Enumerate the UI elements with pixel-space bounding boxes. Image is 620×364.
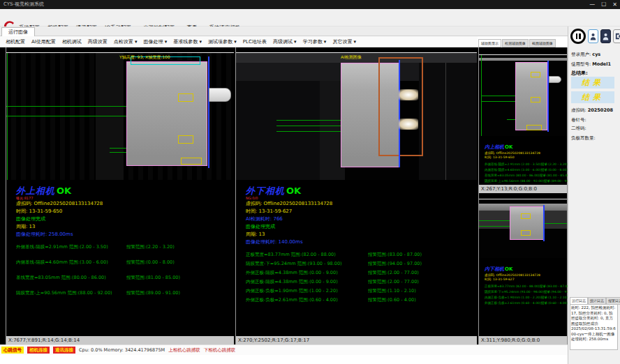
edge-marker-blue	[399, 60, 400, 167]
measurement-row: 正极宽度=83.77mm (82.00 - 88.00) 报警:(83.00 -…	[485, 284, 567, 289]
login-user-field: 登录用户: cys	[571, 52, 600, 58]
coordinate-bar-aux-bottom: X:311;Y:980;R:0;G:0;B:0	[479, 336, 567, 344]
camera-view-lower: AI检测图像 外下相机OK NG:0/0 虚拟码: Offline2025020…	[235, 47, 477, 344]
measurement-row: 隔膜宽度-下=95.24mm (93.00 - 98.00) 报警:(94.00…	[485, 289, 567, 295]
tabstrip: 运行图像	[0, 26, 568, 36]
measure-value: 正极宽度=83.77mm 范围:(82.00 - 88.00)	[246, 252, 368, 261]
toolbar-item[interactable]: 其它设置 ▾	[332, 38, 356, 45]
aux-image-bottom[interactable]	[479, 199, 567, 258]
machine-band	[479, 58, 567, 61]
toolbar-item[interactable]: 基准线参数 ▾	[173, 38, 202, 45]
login-user-label: 登录用户:	[571, 52, 591, 57]
toolbar-item[interactable]: PLC地址表	[243, 38, 267, 45]
aux-image-top[interactable]	[479, 54, 567, 136]
alarm-range: 报警:(0.60 - 4.00)	[541, 301, 568, 306]
aux-tab-section[interactable]: 截面辅助图像	[529, 39, 556, 47]
user-switch-button[interactable]	[600, 29, 611, 43]
log-line: 2025/02/08-13:31:59:600-cys一停上相机一图像处理耗时:…	[571, 326, 617, 342]
result-ok: OK	[505, 266, 512, 272]
measure-value: 基线宽度=83.05mm (80.00 - 86.00)	[485, 173, 540, 179]
aux-result-block-top: 内上相机OK 虚拟码: Offline20250208133134728 时间:…	[479, 136, 567, 184]
measurement-row: 外侧基线-隔膜=2.91mm (2.00 - 3.50) 报警:(2.20 - …	[485, 162, 567, 167]
measure-value: 基线宽度=83.05mm 范围:(80.00 - 86.00)	[16, 275, 126, 290]
lower-camera-heartbeat-link[interactable]: 下相机心跳捕获	[204, 347, 236, 354]
alarm-range: 报警范围:(1.10 - 2.10)	[368, 288, 416, 297]
menubar: 系统配置相机配置通讯配置IO手动配置 ▾光源控制配置 ▾查看 ▾系统语言切换	[0, 9, 620, 26]
aux-result-block-bottom: 内下相机OK 虚拟码: Offline20250208133134728 时间:…	[479, 258, 567, 306]
control-panel: 登录用户: cys 使用型号: Model1 总结果: 结果 结果 虚拟码: 2…	[568, 26, 620, 364]
camera-image-lower[interactable]: AI检测图像	[236, 52, 477, 180]
image-overlay-label: AI检测图像	[341, 54, 362, 61]
measurement-row: 外侧基线-隔膜=2.91mm 范围:(2.00 - 3.50) 报警范围:(2.…	[16, 244, 234, 259]
edge-marker-blue	[208, 56, 209, 168]
measurement-row: 基线宽度=83.05mm 范围:(80.00 - 86.00) 报警范围:(81…	[16, 275, 234, 290]
aux-tab-display[interactable]: 辅助图显示	[478, 39, 501, 47]
measure-line	[479, 220, 510, 221]
alarm-range: 报警:(81.00 - 85.00)	[540, 173, 570, 179]
result-ok: OK	[505, 144, 512, 150]
process-done-line: 图像处理完成	[246, 223, 477, 231]
comm-connect-badge: 通讯连接	[53, 347, 75, 354]
toolbar-item[interactable]: 图像处理 ▾	[144, 38, 168, 45]
model-value: Model1	[592, 61, 611, 67]
marker-yellow	[531, 97, 540, 103]
machine-band	[236, 81, 320, 180]
edge-marker-blue	[547, 61, 549, 132]
marker-yellow	[531, 72, 540, 77]
aux-tab-detect[interactable]: 检测辅助图像	[502, 39, 529, 47]
toolbar-item[interactable]: 高级调试 ▾	[273, 38, 297, 45]
result-block-upper: 外上相机OK 曝光:8177 虚拟码: Offline2025020813313…	[6, 180, 234, 305]
window-controls: — ☐ ✕	[589, 0, 617, 9]
tab-run-image[interactable]: 运行图像	[1, 27, 35, 37]
measurement-row: 隔膜宽度-上=90.56mm 范围:(88.00 - 92.00) 报警范围:(…	[16, 290, 234, 305]
result-box-1: 结果	[571, 77, 614, 89]
toolbar-item[interactable]: AI使用配置	[31, 38, 56, 45]
toolbar-item[interactable]: 高级设置	[88, 38, 108, 45]
alarm-range: 报警:(1.10 - 2.10)	[541, 295, 568, 301]
result-block-lower: 外下相机OK NG:0/0 虚拟码: Offline20250208133134…	[236, 180, 477, 306]
exit-door-icon	[615, 33, 620, 40]
aux-view-top: 内上相机OK 虚拟码: Offline20250208133134728 时间:…	[478, 47, 568, 193]
result-box-2: 结果	[571, 91, 614, 103]
neg-tab-count-field: 负极耳数量:	[571, 135, 596, 142]
model-field[interactable]: 使用型号: Model1	[571, 61, 611, 68]
heartbeat-badge: 心跳信号	[1, 347, 24, 354]
log-line: 耗时: 222, 拍照检测耗时: 17, 拍照分类耗时: 0, 拍照提取分类耗时…	[571, 305, 617, 326]
alarm-range: 报警范围:(2.00 - 77.00)	[368, 279, 419, 288]
measure-value: 外侧正极-隔膜=4.38mm 范围:(0.00 - 9.00)	[246, 270, 368, 279]
panel-buttons	[570, 29, 620, 44]
app-window: CYS-视觉检测系统 — ☐ ✕ 系统配置相机配置通讯配置IO手动配置 ▾光源控…	[0, 0, 620, 364]
user-dark-icon	[603, 33, 609, 40]
qr-code-label: 二维码:	[571, 126, 586, 131]
toolbar: 相机配置AI使用配置相机调试高级设置点检设置 ▾图像处理 ▾基准线参数 ▾测试项…	[0, 36, 478, 47]
toolbar-item[interactable]: 测试项参数 ▾	[208, 38, 237, 45]
close-icon[interactable]: ✕	[612, 0, 617, 9]
logout-button[interactable]	[613, 29, 620, 43]
camera-image-upper[interactable]: Y轴高度: 93, X轴宽度:100	[6, 52, 234, 180]
toolbar-item[interactable]: 学习参数 ▾	[303, 38, 327, 45]
maximize-icon[interactable]: ☐	[601, 0, 606, 9]
toolbar-item[interactable]: 相机调试	[62, 38, 82, 45]
login-user-value: cys	[592, 52, 600, 57]
measure-value: 正极宽度=83.77mm (82.00 - 88.00)	[485, 284, 540, 289]
toolbar-item[interactable]: 相机配置	[6, 38, 25, 45]
minimize-icon[interactable]: —	[589, 0, 595, 9]
toolbar-item[interactable]: 点检设置 ▾	[114, 38, 138, 45]
neg-tab-count-label: 负极耳数量:	[571, 135, 596, 141]
pause-button[interactable]	[570, 29, 586, 44]
measure-line	[479, 226, 510, 227]
process-time-line: 图像处理耗时: 140.00ms	[246, 238, 477, 246]
virtual-code-field: 虚拟码: 20250208	[571, 107, 613, 114]
user-login-button[interactable]	[588, 29, 598, 43]
upper-camera-heartbeat-link[interactable]: 上相机心跳捕获	[168, 347, 200, 354]
roi-box-orange	[378, 57, 423, 156]
marker-yellow	[181, 158, 202, 165]
log-box[interactable]: 耗时: 222, 拍照检测耗时: 17, 拍照分类耗时: 0, 拍照提取分类耗时…	[570, 304, 618, 350]
measurement-row: 隔膜宽度-下=95.24mm 范围:(93.00 - 98.00) 报警范围:(…	[246, 261, 477, 270]
marker-yellow	[521, 230, 531, 236]
measurement-rows: 正极宽度=83.77mm 范围:(82.00 - 88.00) 报警范围:(83…	[246, 252, 477, 306]
camera-connect-badge: 相机连接	[27, 347, 50, 354]
virtual-code-value: 20250208	[588, 107, 613, 113]
virtual-code-line: 虚拟码: Offline20250208133134728	[16, 200, 234, 208]
process-time-line: 图像处理耗时: 258.00ms	[16, 231, 234, 238]
